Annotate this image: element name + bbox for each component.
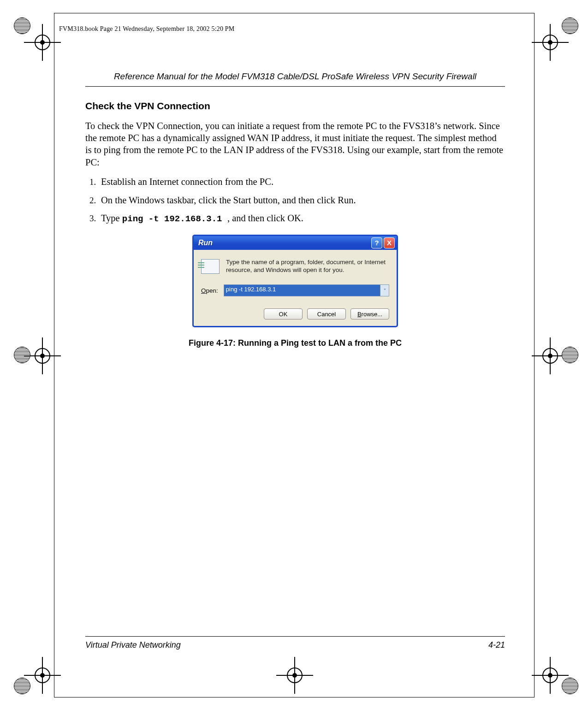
crop-hatch-bl: [14, 678, 30, 694]
figure-caption: Figure 4-17: Running a Ping test to LAN …: [85, 338, 505, 348]
step-3: Type ping -t 192.168.3.1 , and then clic…: [98, 212, 505, 225]
run-titlebar: Run ? X: [194, 236, 397, 250]
running-head: Reference Manual for the Model FVM318 Ca…: [85, 71, 505, 82]
crop-hatch-mr: [562, 347, 578, 363]
browse-button[interactable]: Browse...: [350, 308, 389, 319]
footer-right: 4-21: [488, 640, 505, 650]
step-2: On the Windows taskbar, click the Start …: [98, 194, 505, 207]
open-combobox[interactable]: ping -t 192.168.3.1 ˅: [224, 284, 389, 296]
content-area: Reference Manual for the Model FVM318 Ca…: [85, 71, 505, 348]
step-3-command: ping -t 192.168.3.1: [122, 214, 227, 224]
open-label: Open:: [201, 287, 218, 294]
crop-hatch-br: [562, 678, 578, 694]
crop-target-mb: [287, 668, 303, 683]
run-description: Type the name of a program, folder, docu…: [226, 258, 389, 274]
page-stamp: FVM318.book Page 21 Wednesday, September…: [59, 25, 234, 33]
crop-target-bl: [35, 668, 50, 683]
step-1: Establish an Internet connection from th…: [98, 176, 505, 189]
crop-hatch-tr: [562, 18, 578, 34]
crop-hatch-tl: [14, 18, 30, 34]
footer-left: Virtual Private Networking: [85, 640, 181, 650]
ok-button[interactable]: OK: [264, 308, 303, 319]
run-icon: [201, 259, 220, 274]
page-footer: Virtual Private Networking 4-21: [85, 636, 505, 650]
open-value[interactable]: ping -t 192.168.3.1: [224, 285, 380, 296]
chevron-down-icon[interactable]: ˅: [380, 285, 389, 296]
step-3-pre: Type: [101, 213, 122, 223]
run-title: Run: [198, 239, 213, 247]
crop-target-tr: [542, 35, 558, 50]
figure-wrap: Run ? X Type the name of a program, fold…: [85, 235, 505, 348]
crop-target-ml: [35, 348, 50, 364]
step-3-post: , and then click OK.: [227, 213, 303, 223]
close-button[interactable]: X: [384, 237, 395, 248]
intro-paragraph: To check the VPN Connection, you can ini…: [85, 120, 505, 168]
crop-hatch-ml: [14, 347, 30, 363]
crop-target-tl: [35, 35, 50, 50]
section-title: Check the VPN Connection: [85, 100, 505, 112]
crop-target-mr: [542, 348, 558, 364]
help-button[interactable]: ?: [371, 237, 382, 248]
cancel-button[interactable]: Cancel: [307, 308, 346, 319]
crop-target-br: [542, 668, 558, 683]
footer-rule: [85, 636, 505, 637]
steps-list: Establish an Internet connection from th…: [85, 176, 505, 225]
header-rule: [85, 86, 505, 87]
run-dialog: Run ? X Type the name of a program, fold…: [192, 235, 398, 327]
